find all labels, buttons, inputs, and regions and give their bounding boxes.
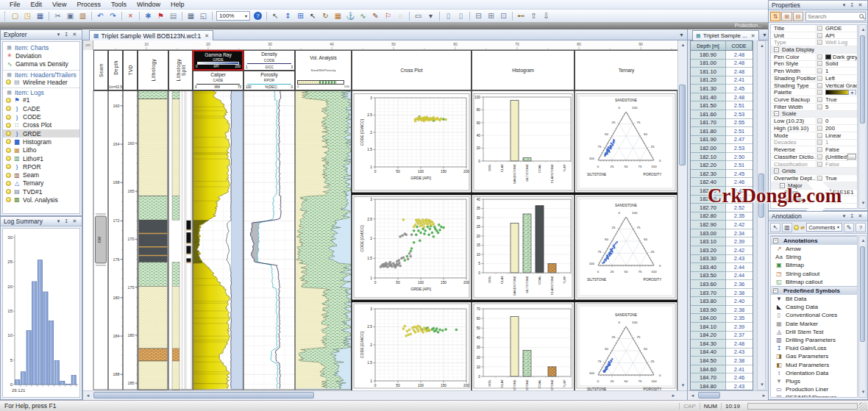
folder-icon[interactable]: ▰ (800, 224, 805, 231)
scroll-thumb[interactable] (860, 246, 865, 342)
table-row[interactable]: 184.702.46 (691, 374, 753, 382)
crossplot-tool-button[interactable]: ∿ (357, 10, 369, 21)
property-row-unit[interactable]: UnitAPI (771, 32, 857, 40)
table-row[interactable]: 183.202.42 (691, 246, 753, 255)
search-input[interactable] (808, 13, 859, 20)
property-row-pen-width[interactable]: Pen Width1 (771, 68, 857, 75)
table-row[interactable]: 184.202.37 (691, 332, 753, 340)
density-header[interactable]: DensityCODE1G/CC3 (243, 50, 295, 71)
panel-left-button[interactable]: ⊟ (472, 10, 485, 21)
explorer-item-wireline-header[interactable]: ▤Wireline Header (3, 78, 79, 86)
explorer-section-0[interactable]: ▦Item: Charts (3, 43, 79, 51)
annotation-item-string-callout[interactable]: ◳String callout (771, 270, 857, 278)
scroll-up-icon[interactable]: ▲ (758, 41, 766, 51)
explorer-item-cade[interactable]: }CADE (3, 104, 79, 112)
annotate-button[interactable]: ✎ (369, 10, 382, 21)
header-histogram[interactable]: Histogram (472, 50, 574, 90)
table-row[interactable]: 183.802.40 (691, 297, 753, 306)
collapse-icon[interactable]: − (774, 111, 779, 116)
annotation-pin-icon[interactable]: ↧ (848, 213, 856, 219)
table-tab[interactable]: ▦ Triplet Sample ... ✕ (692, 30, 759, 40)
scroll-thumb[interactable] (860, 35, 865, 124)
collapse-icon[interactable]: − (774, 168, 779, 174)
delete-button[interactable]: × (124, 10, 137, 21)
table-row[interactable]: 182.102.50 (691, 153, 753, 162)
porosity-header[interactable]: PorosityRPOR100%(DEC)0 (243, 71, 295, 90)
log-tracks-view[interactable]: 1601641681721761801841881601651701751801… (83, 90, 678, 390)
property-row-classifier-dictio-[interactable]: Classifier Dictio...(Untitled)… (771, 154, 857, 161)
table-row[interactable]: 184.802.43 (691, 382, 753, 390)
flag-chart-button[interactable]: ⚐ (382, 10, 394, 21)
track-vol-analysis[interactable] (296, 90, 352, 390)
explorer-pin-icon[interactable]: ↧ (63, 32, 71, 37)
annotation-item-date-marker[interactable]: ▦Date Marker (771, 320, 857, 328)
property-row-overwrite-dept-[interactable]: Overwrite Dept...True (771, 175, 857, 182)
explorer-item-histogram[interactable]: ▆Histogram (3, 137, 79, 146)
property-row-title[interactable]: TitleGRDE (771, 25, 857, 32)
annotation-item-orientation-data[interactable]: ↕Orientation Data (771, 369, 857, 377)
explorer-section-1[interactable]: ▦Item: Headers/Trailers (3, 70, 79, 78)
table-row[interactable]: 182.702.52 (691, 204, 753, 212)
explorer-item-cross-plot[interactable]: ∷Cross Plot (3, 121, 79, 129)
annotation-item-production-liner[interactable]: ▭Production Liner (771, 385, 857, 393)
menu-edit[interactable]: Edit (26, 1, 48, 8)
table-row[interactable]: 183.302.43 (691, 255, 753, 264)
header-lithology[interactable]: Lithology (138, 50, 168, 90)
track-seam[interactable]: GM (96, 214, 107, 265)
property-category-grids[interactable]: −Grids (771, 168, 857, 175)
link-button[interactable]: ⊷ (515, 10, 527, 21)
anchor-button[interactable]: ⚓ (344, 10, 357, 21)
property-row-reverse[interactable]: ReverseFalse (771, 146, 857, 154)
edit-annotation-button[interactable]: ✎ (844, 223, 854, 232)
menu-file[interactable]: File (4, 1, 26, 8)
page-view-button[interactable]: ⊟ (793, 12, 803, 21)
table-row[interactable]: 184.402.43 (691, 349, 753, 357)
document-button[interactable]: ▤ (167, 10, 179, 21)
table-row[interactable]: 183.902.38 (691, 306, 753, 315)
log-summary-pin-icon[interactable]: ↧ (63, 218, 71, 224)
table-row[interactable]: 183.402.44 (691, 263, 753, 272)
menu-view[interactable]: View (47, 1, 71, 8)
table-row[interactable]: 182.902.42 (691, 221, 753, 229)
property-category-data-display[interactable]: −Data Display (771, 46, 857, 54)
property-row-color[interactable]: ColorE1E1E1 (771, 190, 857, 197)
explorer-item--1[interactable]: ⚑#1 (3, 96, 79, 104)
table-tab-close-icon[interactable]: ✕ (751, 33, 755, 39)
table-horizontal-scrollbar[interactable]: ◄ ► (688, 390, 769, 400)
table-row[interactable]: 181.502.51 (691, 101, 753, 110)
track-lithology[interactable] (139, 90, 192, 390)
select-annotation-button[interactable]: ↖ (770, 223, 780, 232)
annotation-help-button[interactable]: ? (855, 223, 866, 232)
header-lithology-split[interactable]: LithologySplit (168, 50, 193, 90)
table-row[interactable]: 184.102.39 (691, 323, 753, 332)
select-mode-button[interactable]: ↖ (307, 10, 319, 21)
fit-height-button[interactable]: ⇕ (282, 10, 294, 21)
print-button[interactable]: ▦ (185, 10, 197, 21)
scroll-up-icon[interactable]: ▲ (859, 25, 867, 35)
annotation-section-predefined-symbols[interactable]: −Predefined Symbols (771, 286, 857, 295)
document-horizontal-scrollbar[interactable]: ◄ ► (83, 390, 688, 400)
properties-scrollbar[interactable]: ▲ ▼ (858, 24, 867, 209)
cut-button[interactable]: ✂ (51, 10, 64, 21)
explorer-section-2[interactable]: ▦Item: Logs (3, 87, 79, 96)
annotation-item-arrow[interactable]: ↗Arrow (771, 245, 857, 253)
annotation-item-casing-data[interactable]: ◣Casing Data (771, 303, 857, 311)
property-row-decades[interactable]: Decades1 (771, 140, 857, 147)
layout-1-button[interactable]: ▯ (442, 10, 455, 21)
explorer-item-deviation[interactable]: ✳Deviation (3, 51, 79, 60)
header-density-porosity[interactable]: DensityCODE1G/CC3PorosityRPOR100%(DEC)0 (243, 50, 295, 90)
header-seam[interactable]: Seam (93, 50, 108, 90)
scroll-thumb[interactable] (758, 174, 764, 218)
property-row-pen-color[interactable]: Pen ColorDark grey (771, 54, 857, 61)
alphabetical-view-button[interactable]: ⊞ (781, 12, 791, 21)
annotation-item-bitmap[interactable]: ▣Bitmap (771, 261, 857, 269)
table-row[interactable]: 183.702.38 (691, 289, 753, 298)
explorer-item-vol-analysis[interactable]: ▩Vol. Analysis (3, 196, 79, 204)
document-vertical-scrollbar[interactable]: ▲ ▼ (677, 40, 687, 390)
table-row[interactable]: 181.002.48 (691, 60, 753, 68)
property-row-shading-position[interactable]: Shading PositionLeft (771, 75, 857, 82)
pointer-button[interactable]: ↖ (269, 10, 282, 21)
property-row-high-199-10-[interactable]: High (199.10)200 (771, 125, 857, 132)
table-row[interactable]: 182.202.51 (691, 161, 753, 170)
table-col-0[interactable]: Depth [m] (691, 41, 726, 50)
